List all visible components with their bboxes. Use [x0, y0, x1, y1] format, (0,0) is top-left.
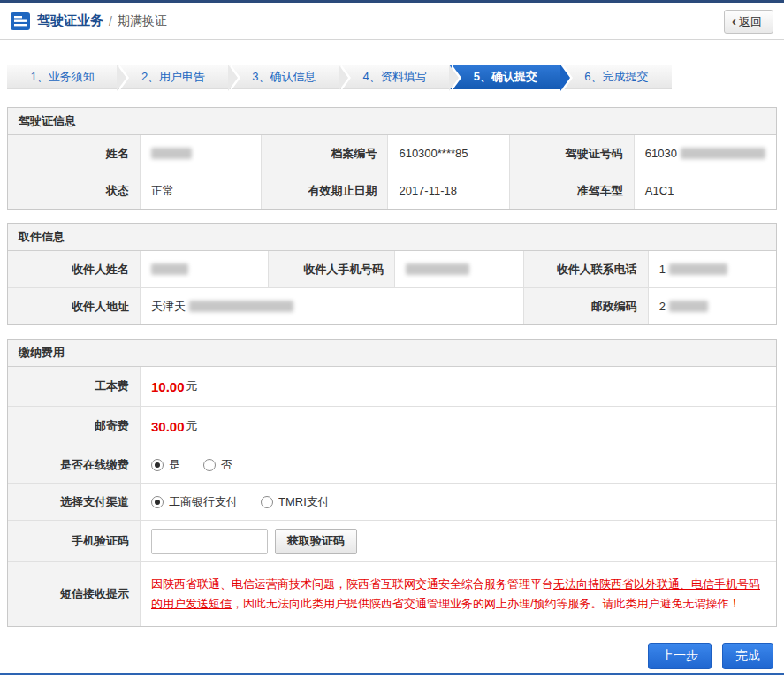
- postage-fee-label: 邮寄费: [8, 407, 140, 446]
- recipient-name-value: [141, 251, 268, 287]
- recipient-phone-label: 收件人联系电话: [524, 251, 648, 287]
- redacted-value: [189, 301, 293, 312]
- expiry-value: 2017-11-18: [388, 172, 508, 209]
- step-5-confirm-submit[interactable]: 5、确认提交: [450, 65, 560, 89]
- postcode-value: 2: [649, 288, 776, 324]
- back-button-label: 返回: [739, 14, 762, 30]
- radio-option-tmri[interactable]: TMRI支付: [261, 494, 330, 510]
- file-no-label: 档案编号: [262, 135, 387, 172]
- radio-option-yes[interactable]: 是: [151, 457, 180, 473]
- pickup-info-table: 收件人姓名 收件人手机号码 收件人联系电话 1 收件人地址 天津天 邮政编码 2: [8, 251, 776, 324]
- step-1-notice[interactable]: 1、业务须知: [7, 65, 118, 89]
- radio-unchecked-icon: [203, 459, 216, 471]
- breadcrumb-current: 期满换证: [118, 13, 167, 29]
- production-fee-label: 工本费: [8, 367, 140, 406]
- step-2-declaration[interactable]: 2、用户申告: [118, 65, 228, 89]
- sms-code-label: 手机验证码: [8, 521, 140, 561]
- license-no-label: 驾驶证号码: [510, 135, 634, 172]
- radio-unchecked-icon: [261, 496, 273, 508]
- license-info-table: 姓名 档案编号 610300****85 驾驶证号码 61030 状态 正常 有…: [8, 135, 776, 209]
- fees-section-title: 缴纳费用: [8, 340, 776, 367]
- page-title: 驾驶证业务: [37, 12, 103, 29]
- redacted-value: [151, 148, 192, 159]
- vehicle-type-value: A1C1: [635, 172, 776, 209]
- redacted-value: [669, 301, 708, 312]
- sms-tip-label: 短信接收提示: [8, 562, 140, 626]
- production-fee-value: 10.00 元: [141, 367, 776, 406]
- pay-channel-label: 选择支付渠道: [8, 484, 140, 520]
- name-value: [141, 135, 261, 172]
- bottom-accent-line: [0, 673, 784, 675]
- license-section-title: 驾驶证信息: [8, 108, 776, 135]
- fees-table: 工本费 10.00 元 邮寄费 30.00 元 是否在线缴费 是 否 选择支付渠…: [8, 367, 776, 626]
- address-value: 天津天: [141, 288, 523, 324]
- recipient-mobile-value: [395, 251, 522, 287]
- step-label: 5、确认提交: [474, 69, 537, 85]
- step-3-confirm-info[interactable]: 3、确认信息: [229, 65, 339, 89]
- pay-channel-options: 工商银行支付 TMRI支付: [141, 484, 776, 520]
- sms-code-input[interactable]: [151, 529, 268, 554]
- license-service-icon: [11, 12, 30, 30]
- recipient-phone-value: 1: [649, 251, 776, 287]
- production-fee-unit: 元: [186, 378, 198, 394]
- radio-checked-icon: [151, 496, 164, 508]
- license-info-section: 驾驶证信息 姓名 档案编号 610300****85 驾驶证号码 61030 状…: [7, 107, 777, 210]
- step-nav: 1、业务须知 2、用户申告 3、确认信息 4、资料填写 5、确认提交 6、完成提…: [7, 65, 672, 89]
- breadcrumb-separator: /: [109, 14, 112, 28]
- step-label: 3、确认信息: [252, 69, 316, 85]
- radio-checked-icon: [151, 459, 164, 471]
- sms-tip-value: 因陕西省联通、电信运营商技术问题，陕西省互联网交通安全综合服务管理平台无法向持陕…: [141, 562, 776, 626]
- recipient-mobile-label: 收件人手机号码: [269, 251, 394, 287]
- address-label: 收件人地址: [8, 288, 140, 324]
- redacted-value: [151, 263, 188, 275]
- postage-fee-value: 30.00 元: [141, 407, 776, 446]
- online-pay-options: 是 否: [141, 446, 776, 483]
- page-header: 驾驶证业务 / 期满换证 ‹ 返回: [0, 3, 784, 40]
- step-4-fill-data[interactable]: 4、资料填写: [339, 65, 450, 89]
- sms-warning-text: 因陕西省联通、电信运营商技术问题，陕西省互联网交通安全综合服务管理平台无法向持陕…: [151, 571, 765, 617]
- license-no-value: 61030: [635, 135, 776, 172]
- vehicle-type-label: 准驾车型: [510, 172, 634, 209]
- expiry-label: 有效期止日期: [262, 172, 387, 209]
- radio-option-icbc[interactable]: 工商银行支付: [151, 494, 238, 510]
- postage-fee-unit: 元: [186, 418, 198, 434]
- status-label: 状态: [8, 172, 140, 209]
- redacted-value: [681, 148, 765, 159]
- recipient-name-label: 收件人姓名: [8, 251, 140, 287]
- finish-button[interactable]: 完成: [722, 643, 773, 669]
- online-pay-label: 是否在线缴费: [8, 446, 140, 483]
- name-label: 姓名: [8, 135, 140, 172]
- redacted-value: [669, 263, 727, 275]
- production-fee-amount: 10.00: [151, 379, 185, 394]
- prev-step-button[interactable]: 上一步: [648, 643, 712, 669]
- fees-section: 缴纳费用 工本费 10.00 元 邮寄费 30.00 元 是否在线缴费 是 否 …: [7, 339, 777, 627]
- get-code-button[interactable]: 获取验证码: [275, 529, 357, 554]
- back-chevron-icon: ‹: [732, 14, 736, 27]
- postcode-label: 邮政编码: [524, 288, 648, 324]
- pickup-section-title: 取件信息: [8, 224, 776, 251]
- status-value: 正常: [141, 172, 261, 209]
- postage-fee-amount: 30.00: [151, 419, 185, 434]
- radio-option-no[interactable]: 否: [203, 457, 232, 473]
- step-label: 4、资料填写: [363, 69, 427, 85]
- step-label: 2、用户申告: [141, 69, 205, 85]
- sms-code-row: 获取验证码: [141, 521, 776, 561]
- file-no-value: 610300****85: [388, 135, 508, 172]
- step-label: 6、完成提交: [584, 69, 648, 85]
- redacted-value: [406, 263, 469, 275]
- action-bar: 上一步 完成: [7, 643, 773, 669]
- pickup-info-section: 取件信息 收件人姓名 收件人手机号码 收件人联系电话 1 收件人地址 天津天 邮…: [7, 223, 777, 325]
- step-label: 1、业务须知: [31, 69, 95, 85]
- step-6-complete[interactable]: 6、完成提交: [561, 65, 672, 89]
- back-button[interactable]: ‹ 返回: [724, 10, 773, 34]
